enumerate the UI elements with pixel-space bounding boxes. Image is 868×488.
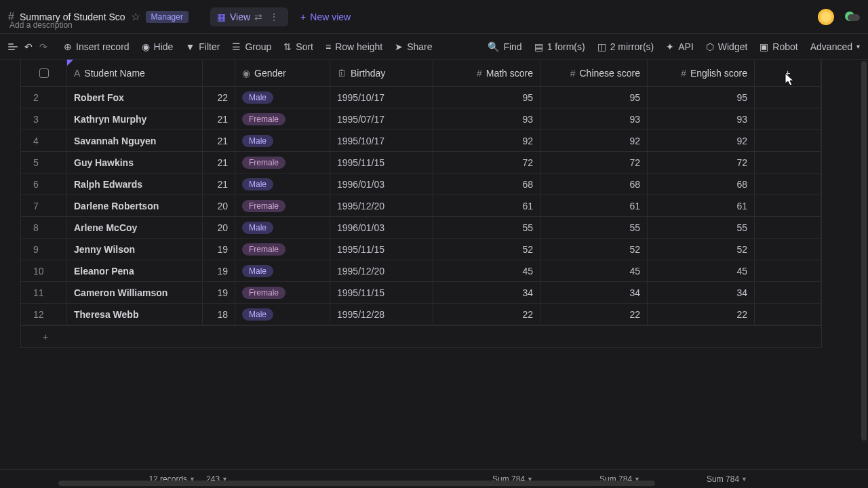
cell-birthday[interactable]: 1995/07/17 xyxy=(330,108,433,129)
cell-birthday[interactable]: 1995/11/15 xyxy=(330,239,433,260)
cell-age[interactable]: 22 xyxy=(203,87,235,108)
cell-name[interactable]: Robert Fox xyxy=(67,87,203,108)
cell-math[interactable]: 52 xyxy=(433,239,540,260)
mirrors-button[interactable]: ◫2 mirror(s) xyxy=(597,41,654,52)
cell-chinese[interactable]: 34 xyxy=(540,282,648,303)
cell-english[interactable]: 34 xyxy=(648,282,755,303)
cell-age[interactable]: 19 xyxy=(203,260,235,281)
table-row[interactable]: 5Guy Hawkins21Fremale1995/11/15727272 xyxy=(21,152,821,174)
cell-chinese[interactable]: 52 xyxy=(540,239,648,260)
view-menu-icon[interactable]: ⋮ xyxy=(267,12,281,22)
cell-name[interactable]: Jenny Wilson xyxy=(67,239,203,260)
row-height-button[interactable]: ≡Row height xyxy=(326,41,382,52)
cell-math[interactable]: 93 xyxy=(433,108,540,129)
cell-name[interactable]: Ralph Edwards xyxy=(67,174,203,195)
insert-record-button[interactable]: ⊕Insert record xyxy=(64,41,130,52)
cell-english[interactable]: 45 xyxy=(648,260,755,281)
cell-name[interactable]: Kathryn Murphy xyxy=(67,108,203,129)
star-icon[interactable]: ☆ xyxy=(131,10,140,23)
cell-math[interactable]: 61 xyxy=(433,195,540,216)
table-row[interactable]: 10Eleanor Pena19Male1995/12/20454545 xyxy=(21,260,821,282)
robot-button[interactable]: ▣Robot xyxy=(760,41,797,52)
cell-english[interactable]: 52 xyxy=(648,239,755,260)
cell-age[interactable]: 20 xyxy=(203,217,235,238)
redo-icon[interactable]: ↷ xyxy=(39,41,47,52)
english-summary[interactable]: Sum 784▼ xyxy=(647,470,754,488)
menu-toggle-icon[interactable] xyxy=(8,43,18,50)
row-index[interactable]: 11 xyxy=(21,282,67,303)
row-index[interactable]: 10 xyxy=(21,260,67,281)
cell-gender[interactable]: Male xyxy=(235,260,330,281)
cell-birthday[interactable]: 1995/11/15 xyxy=(330,282,433,303)
cell-name[interactable]: Theresa Webb xyxy=(67,304,203,325)
cell-name[interactable]: Eleanor Pena xyxy=(67,260,203,281)
cell-birthday[interactable]: 1996/01/03 xyxy=(330,217,433,238)
select-all-cell[interactable] xyxy=(21,60,67,86)
cell-chinese[interactable]: 55 xyxy=(540,217,648,238)
cell-chinese[interactable]: 22 xyxy=(540,304,648,325)
row-index[interactable]: 5 xyxy=(21,152,67,173)
widget-button[interactable]: ⬡Widget xyxy=(706,41,748,52)
description-placeholder[interactable]: Add a description xyxy=(9,20,73,30)
cell-age[interactable]: 20 xyxy=(203,195,235,216)
cell-age[interactable]: 21 xyxy=(203,174,235,195)
cell-math[interactable]: 34 xyxy=(433,282,540,303)
cell-name[interactable]: Darlene Robertson xyxy=(67,195,203,216)
column-header-english[interactable]: #English score xyxy=(648,60,755,86)
cell-gender[interactable]: Male xyxy=(235,217,330,238)
avatar[interactable] xyxy=(818,9,834,25)
cell-name[interactable]: Cameron Williamson xyxy=(67,282,203,303)
row-index[interactable]: 6 xyxy=(21,174,67,195)
cell-chinese[interactable]: 95 xyxy=(540,87,648,108)
cell-birthday[interactable]: 1995/10/17 xyxy=(330,87,433,108)
table-row[interactable]: 6Ralph Edwards21Male1996/01/03686868 xyxy=(21,174,821,195)
advanced-button[interactable]: Advanced▾ xyxy=(810,41,860,52)
add-column-button[interactable]: + xyxy=(755,60,821,86)
cell-birthday[interactable]: 1995/12/28 xyxy=(330,304,433,325)
row-index[interactable]: 9 xyxy=(21,239,67,260)
swap-icon[interactable]: ⇄ xyxy=(254,12,262,22)
cell-gender[interactable]: Male xyxy=(235,130,330,151)
cell-gender[interactable]: Male xyxy=(235,174,330,195)
cell-chinese[interactable]: 92 xyxy=(540,130,648,151)
scrollbar-vertical[interactable] xyxy=(861,61,867,441)
row-index[interactable]: 12 xyxy=(21,304,67,325)
column-header-birthday[interactable]: 🗓Birthday xyxy=(330,60,433,86)
cell-english[interactable]: 93 xyxy=(648,108,755,129)
add-row-button[interactable]: + xyxy=(20,326,822,348)
cell-age[interactable]: 21 xyxy=(203,108,235,129)
column-header-math[interactable]: #Math score xyxy=(433,60,540,86)
cell-chinese[interactable]: 61 xyxy=(540,195,648,216)
cell-english[interactable]: 95 xyxy=(648,87,755,108)
cell-chinese[interactable]: 45 xyxy=(540,260,648,281)
hide-button[interactable]: ◉Hide xyxy=(142,41,174,52)
row-index[interactable]: 3 xyxy=(21,108,67,129)
view-tab[interactable]: ▦ View ⇄ ⋮ xyxy=(210,7,288,26)
cell-name[interactable]: Savannah Nguyen xyxy=(67,130,203,151)
cell-age[interactable]: 21 xyxy=(203,152,235,173)
cell-math[interactable]: 45 xyxy=(433,260,540,281)
table-row[interactable]: 7Darlene Robertson20Fremale1995/12/20616… xyxy=(21,195,821,217)
cell-birthday[interactable]: 1995/12/20 xyxy=(330,195,433,216)
cell-math[interactable]: 22 xyxy=(433,304,540,325)
cell-birthday[interactable]: 1995/11/15 xyxy=(330,152,433,173)
find-button[interactable]: 🔍Find xyxy=(488,41,521,52)
cell-english[interactable]: 92 xyxy=(648,130,755,151)
cell-math[interactable]: 95 xyxy=(433,87,540,108)
scrollbar-horizontal[interactable] xyxy=(58,481,655,486)
share-button[interactable]: ➤Share xyxy=(395,41,432,52)
cell-birthday[interactable]: 1996/01/03 xyxy=(330,174,433,195)
cell-english[interactable]: 55 xyxy=(648,217,755,238)
table-row[interactable]: 4Savannah Nguyen21Male1995/10/17929292 xyxy=(21,130,821,152)
cell-birthday[interactable]: 1995/10/17 xyxy=(330,130,433,151)
cell-gender[interactable]: Fremale xyxy=(235,152,330,173)
table-row[interactable]: 9Jenny Wilson19Fremale1995/11/15525252 xyxy=(21,239,821,260)
column-header-chinese[interactable]: #Chinese score xyxy=(540,60,648,86)
cell-chinese[interactable]: 68 xyxy=(540,174,648,195)
cell-age[interactable]: 19 xyxy=(203,239,235,260)
cell-gender[interactable]: Male xyxy=(235,87,330,108)
group-button[interactable]: ☰Group xyxy=(232,41,271,52)
cell-math[interactable]: 72 xyxy=(433,152,540,173)
row-index[interactable]: 8 xyxy=(21,217,67,238)
cell-gender[interactable]: Fremale xyxy=(235,195,330,216)
